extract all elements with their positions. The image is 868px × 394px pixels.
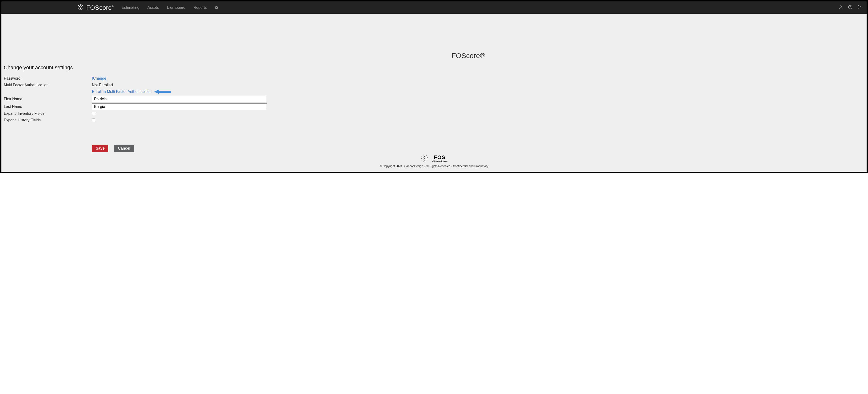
expand-history-checkbox[interactable]: [92, 119, 95, 122]
password-label: Password:: [4, 76, 92, 81]
last-name-input[interactable]: [92, 103, 267, 110]
top-navbar: FOScore® Estimating Assets Dashboard Rep…: [1, 1, 867, 14]
first-name-label: First Name: [4, 97, 92, 101]
arrow-left-icon: [154, 89, 170, 94]
brand-name: FOScore®: [86, 4, 114, 11]
brand: FOScore®: [77, 4, 114, 11]
hexagon-logo-icon: [77, 4, 84, 11]
svg-point-2: [80, 5, 81, 6]
mfa-status-value: Not Enrolled: [92, 83, 113, 87]
expand-inventory-row: Expand Inventory Fields: [4, 111, 867, 117]
svg-point-30: [425, 158, 425, 159]
cancel-button[interactable]: Cancel: [114, 145, 134, 152]
expand-inventory-checkbox[interactable]: [92, 112, 95, 115]
password-row: Password: [Change]: [4, 75, 867, 82]
page-title: FOScore®: [70, 52, 867, 60]
footer: FOS of CannonDesign © Copyright 2023 , C…: [1, 154, 867, 172]
help-icon[interactable]: [848, 5, 852, 10]
first-name-input[interactable]: [92, 96, 267, 102]
svg-point-17: [427, 161, 427, 161]
svg-point-27: [425, 160, 425, 160]
page-content: FOScore® Change your account settings Pa…: [1, 52, 867, 172]
enroll-mfa-link[interactable]: Enroll In Multi Factor Authentication: [92, 90, 152, 94]
svg-point-14: [426, 155, 427, 156]
footer-logo: FOS of CannonDesign: [1, 154, 867, 163]
svg-point-3: [82, 6, 82, 6]
svg-point-20: [422, 160, 422, 160]
change-password-link[interactable]: [Change]: [92, 76, 107, 81]
last-name-label: Last Name: [4, 104, 92, 109]
mfa-enroll-row: Enroll In Multi Factor Authentication: [4, 89, 867, 95]
save-button[interactable]: Save: [92, 145, 108, 152]
mfa-label: Multi Factor Authentication:: [4, 83, 92, 87]
main-nav: Estimating Assets Dashboard Reports: [122, 5, 218, 10]
svg-point-7: [80, 7, 81, 7]
svg-point-13: [425, 155, 425, 155]
svg-point-24: [425, 156, 425, 157]
svg-point-29: [423, 157, 424, 158]
expand-history-label: Expand History Fields: [4, 118, 92, 122]
mfa-status-row: Multi Factor Authentication: Not Enrolle…: [4, 82, 867, 88]
user-icon[interactable]: [839, 5, 843, 10]
footer-logo-text: FOS: [432, 155, 447, 160]
svg-point-28: [423, 159, 424, 159]
first-name-row: First Name: [4, 96, 867, 102]
svg-point-21: [421, 158, 422, 159]
svg-marker-12: [154, 90, 170, 94]
svg-point-19: [423, 161, 424, 162]
svg-point-23: [423, 155, 424, 155]
footer-logo-text-block: FOS of CannonDesign: [432, 155, 447, 162]
form-buttons: Save Cancel: [92, 145, 867, 152]
nav-estimating[interactable]: Estimating: [122, 5, 140, 10]
expand-inventory-label: Expand Inventory Fields: [4, 112, 92, 116]
svg-point-15: [428, 157, 428, 158]
svg-point-26: [426, 159, 426, 159]
svg-point-22: [422, 156, 422, 157]
svg-point-25: [426, 157, 426, 158]
svg-point-16: [428, 159, 428, 159]
logout-icon[interactable]: [858, 5, 862, 10]
footer-copyright: © Copyright 2023 , CannonDesign - All Ri…: [1, 164, 867, 168]
dotted-circle-icon: [421, 154, 429, 163]
topbar-right-icons: [839, 5, 862, 10]
expand-history-row: Expand History Fields: [4, 117, 867, 123]
svg-point-6: [82, 8, 82, 8]
last-name-row: Last Name: [4, 103, 867, 110]
nav-assets[interactable]: Assets: [147, 5, 159, 10]
account-form: Password: [Change] Multi Factor Authenti…: [4, 75, 867, 123]
svg-point-18: [425, 161, 425, 162]
section-title: Change your account settings: [4, 64, 867, 71]
footer-logo-subtitle: of CannonDesign: [432, 160, 447, 162]
gear-icon[interactable]: [215, 6, 218, 9]
nav-reports[interactable]: Reports: [193, 5, 207, 10]
svg-point-8: [840, 6, 841, 7]
nav-dashboard[interactable]: Dashboard: [167, 5, 185, 10]
